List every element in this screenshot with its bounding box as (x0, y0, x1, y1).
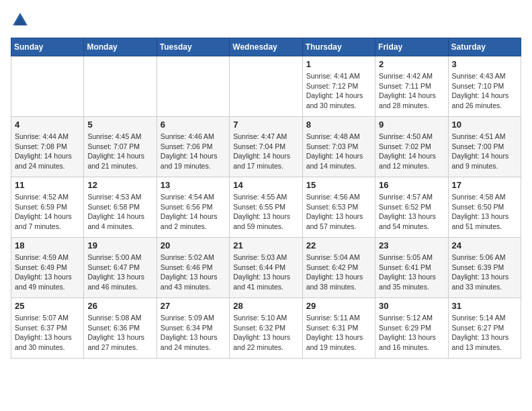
day-cell: 3Sunrise: 4:43 AM Sunset: 7:10 PM Daylig… (448, 56, 521, 117)
day-info: Sunrise: 5:09 AM Sunset: 6:34 PM Dayligh… (161, 313, 226, 353)
day-number: 16 (379, 180, 444, 190)
day-cell: 11Sunrise: 4:52 AM Sunset: 6:59 PM Dayli… (11, 177, 84, 238)
page-header (11, 11, 521, 30)
day-cell: 24Sunrise: 5:06 AM Sunset: 6:39 PM Dayli… (448, 238, 521, 298)
day-info: Sunrise: 5:08 AM Sunset: 6:36 PM Dayligh… (87, 313, 152, 353)
day-info: Sunrise: 4:50 AM Sunset: 7:02 PM Dayligh… (379, 132, 444, 171)
logo-icon (11, 11, 30, 30)
day-cell: 21Sunrise: 5:03 AM Sunset: 6:44 PM Dayli… (230, 238, 302, 298)
day-cell: 29Sunrise: 5:11 AM Sunset: 6:31 PM Dayli… (302, 298, 375, 359)
day-number: 21 (233, 240, 298, 250)
day-cell: 30Sunrise: 5:12 AM Sunset: 6:29 PM Dayli… (375, 298, 448, 359)
day-info: Sunrise: 4:56 AM Sunset: 6:53 PM Dayligh… (306, 192, 371, 232)
week-row-2: 4Sunrise: 4:44 AM Sunset: 7:08 PM Daylig… (11, 117, 521, 177)
week-row-4: 18Sunrise: 4:59 AM Sunset: 6:49 PM Dayli… (11, 238, 521, 298)
day-info: Sunrise: 4:55 AM Sunset: 6:55 PM Dayligh… (233, 192, 298, 232)
header-cell-tuesday: Tuesday (157, 38, 229, 56)
day-number: 30 (379, 301, 444, 311)
day-cell: 26Sunrise: 5:08 AM Sunset: 6:36 PM Dayli… (84, 298, 157, 359)
day-info: Sunrise: 4:45 AM Sunset: 7:07 PM Dayligh… (87, 132, 152, 171)
day-cell: 13Sunrise: 4:54 AM Sunset: 6:56 PM Dayli… (157, 177, 229, 238)
day-number: 24 (452, 240, 517, 250)
day-number: 6 (161, 120, 226, 130)
week-row-3: 11Sunrise: 4:52 AM Sunset: 6:59 PM Dayli… (11, 177, 521, 238)
day-info: Sunrise: 4:44 AM Sunset: 7:08 PM Dayligh… (15, 132, 80, 171)
day-number: 27 (161, 301, 226, 311)
day-number: 29 (306, 301, 371, 311)
day-info: Sunrise: 5:12 AM Sunset: 6:29 PM Dayligh… (379, 313, 444, 353)
day-info: Sunrise: 5:00 AM Sunset: 6:47 PM Dayligh… (87, 253, 152, 292)
day-cell: 31Sunrise: 5:14 AM Sunset: 6:27 PM Dayli… (448, 298, 521, 359)
day-number: 15 (306, 180, 371, 190)
day-info: Sunrise: 5:10 AM Sunset: 6:32 PM Dayligh… (233, 313, 298, 353)
day-info: Sunrise: 5:11 AM Sunset: 6:31 PM Dayligh… (306, 313, 371, 353)
day-cell: 25Sunrise: 5:07 AM Sunset: 6:37 PM Dayli… (11, 298, 84, 359)
day-number: 11 (15, 180, 80, 190)
day-cell: 14Sunrise: 4:55 AM Sunset: 6:55 PM Dayli… (230, 177, 302, 238)
day-cell: 4Sunrise: 4:44 AM Sunset: 7:08 PM Daylig… (11, 117, 84, 177)
day-cell (230, 56, 302, 117)
day-number: 9 (379, 120, 444, 130)
day-info: Sunrise: 4:47 AM Sunset: 7:04 PM Dayligh… (233, 132, 298, 171)
day-info: Sunrise: 4:52 AM Sunset: 6:59 PM Dayligh… (15, 192, 80, 232)
day-info: Sunrise: 4:57 AM Sunset: 6:52 PM Dayligh… (379, 192, 444, 232)
day-number: 20 (161, 240, 226, 250)
day-number: 25 (15, 301, 80, 311)
day-cell (84, 56, 157, 117)
day-number: 18 (15, 240, 80, 250)
day-cell: 12Sunrise: 4:53 AM Sunset: 6:58 PM Dayli… (84, 177, 157, 238)
day-number: 14 (233, 180, 298, 190)
day-cell: 9Sunrise: 4:50 AM Sunset: 7:02 PM Daylig… (375, 117, 448, 177)
day-cell: 19Sunrise: 5:00 AM Sunset: 6:47 PM Dayli… (84, 238, 157, 298)
header-cell-wednesday: Wednesday (230, 38, 302, 56)
day-cell: 2Sunrise: 4:42 AM Sunset: 7:11 PM Daylig… (375, 56, 448, 117)
day-number: 12 (87, 180, 152, 190)
day-number: 22 (306, 240, 371, 250)
day-number: 2 (379, 59, 444, 69)
header-cell-friday: Friday (375, 38, 448, 56)
day-number: 19 (87, 240, 152, 250)
day-number: 28 (233, 301, 298, 311)
day-cell: 23Sunrise: 5:05 AM Sunset: 6:41 PM Dayli… (375, 238, 448, 298)
week-row-5: 25Sunrise: 5:07 AM Sunset: 6:37 PM Dayli… (11, 298, 521, 359)
day-cell: 28Sunrise: 5:10 AM Sunset: 6:32 PM Dayli… (230, 298, 302, 359)
day-cell: 5Sunrise: 4:45 AM Sunset: 7:07 PM Daylig… (84, 117, 157, 177)
day-cell: 22Sunrise: 5:04 AM Sunset: 6:42 PM Dayli… (302, 238, 375, 298)
day-info: Sunrise: 5:14 AM Sunset: 6:27 PM Dayligh… (452, 313, 517, 353)
day-number: 4 (15, 120, 80, 130)
day-number: 10 (452, 120, 517, 130)
day-cell: 7Sunrise: 4:47 AM Sunset: 7:04 PM Daylig… (230, 117, 302, 177)
day-info: Sunrise: 4:59 AM Sunset: 6:49 PM Dayligh… (15, 253, 80, 292)
day-number: 3 (452, 59, 517, 69)
day-info: Sunrise: 5:03 AM Sunset: 6:44 PM Dayligh… (233, 253, 298, 292)
day-number: 8 (306, 120, 371, 130)
day-number: 31 (452, 301, 517, 311)
day-info: Sunrise: 4:41 AM Sunset: 7:12 PM Dayligh… (306, 71, 371, 111)
day-info: Sunrise: 4:54 AM Sunset: 6:56 PM Dayligh… (161, 192, 226, 232)
day-cell (11, 56, 84, 117)
day-info: Sunrise: 4:58 AM Sunset: 6:50 PM Dayligh… (452, 192, 517, 232)
day-cell: 16Sunrise: 4:57 AM Sunset: 6:52 PM Dayli… (375, 177, 448, 238)
calendar-table: SundayMondayTuesdayWednesdayThursdayFrid… (11, 38, 521, 359)
day-cell: 10Sunrise: 4:51 AM Sunset: 7:00 PM Dayli… (448, 117, 521, 177)
day-cell: 8Sunrise: 4:48 AM Sunset: 7:03 PM Daylig… (302, 117, 375, 177)
day-info: Sunrise: 4:42 AM Sunset: 7:11 PM Dayligh… (379, 71, 444, 111)
header-row: SundayMondayTuesdayWednesdayThursdayFrid… (11, 38, 521, 56)
day-info: Sunrise: 5:04 AM Sunset: 6:42 PM Dayligh… (306, 253, 371, 292)
header-cell-sunday: Sunday (11, 38, 84, 56)
day-info: Sunrise: 4:53 AM Sunset: 6:58 PM Dayligh… (87, 192, 152, 232)
day-cell: 6Sunrise: 4:46 AM Sunset: 7:06 PM Daylig… (157, 117, 229, 177)
day-number: 1 (306, 59, 371, 69)
day-cell: 27Sunrise: 5:09 AM Sunset: 6:34 PM Dayli… (157, 298, 229, 359)
header-cell-saturday: Saturday (448, 38, 521, 56)
day-cell (157, 56, 229, 117)
day-info: Sunrise: 4:43 AM Sunset: 7:10 PM Dayligh… (452, 71, 517, 111)
day-cell: 1Sunrise: 4:41 AM Sunset: 7:12 PM Daylig… (302, 56, 375, 117)
day-info: Sunrise: 5:07 AM Sunset: 6:37 PM Dayligh… (15, 313, 80, 353)
day-number: 7 (233, 120, 298, 130)
day-cell: 20Sunrise: 5:02 AM Sunset: 6:46 PM Dayli… (157, 238, 229, 298)
logo (11, 11, 32, 30)
day-info: Sunrise: 5:05 AM Sunset: 6:41 PM Dayligh… (379, 253, 444, 292)
day-info: Sunrise: 4:48 AM Sunset: 7:03 PM Dayligh… (306, 132, 371, 171)
day-info: Sunrise: 4:46 AM Sunset: 7:06 PM Dayligh… (161, 132, 226, 171)
